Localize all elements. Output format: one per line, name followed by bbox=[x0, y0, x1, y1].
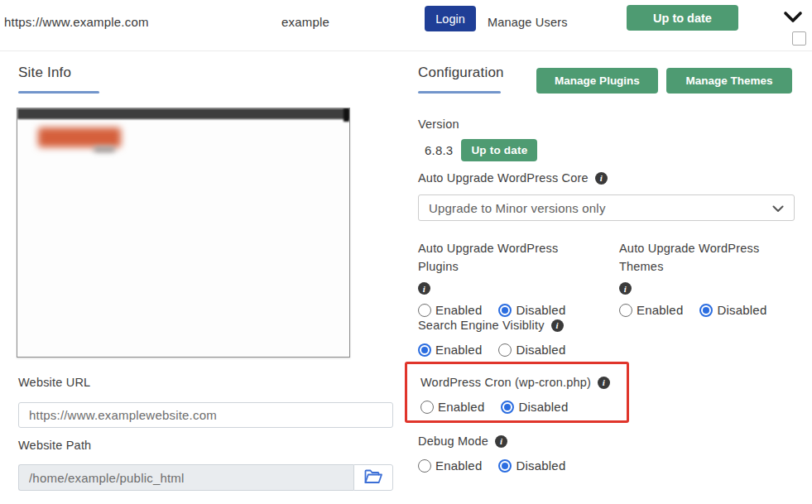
auto-upgrade-core-text: Auto Upgrade WordPress Core bbox=[418, 169, 589, 187]
radio-icon bbox=[619, 304, 632, 317]
version-row: 6.8.3 Up to date bbox=[425, 139, 537, 161]
screenshot-browser-bar bbox=[17, 108, 349, 119]
plugins-enabled-radio[interactable]: Enabled bbox=[418, 303, 482, 317]
cron-radio-row: Enabled Disabled bbox=[420, 400, 627, 414]
info-icon[interactable]: i bbox=[619, 282, 632, 295]
manage-plugins-button[interactable]: Manage Plugins bbox=[536, 68, 658, 94]
version-value: 6.8.3 bbox=[425, 143, 453, 157]
search-visibility-label: Search Engine Visiblity i bbox=[418, 316, 565, 334]
version-label: Version bbox=[418, 118, 459, 131]
radio-icon bbox=[420, 401, 434, 414]
auto-upgrade-plugins-text: Auto Upgrade WordPress Plugins bbox=[418, 239, 596, 276]
configuration-panel: Configuration Manage Plugins Manage Them… bbox=[418, 65, 795, 94]
site-screenshot-preview bbox=[17, 108, 350, 358]
select-checkbox[interactable] bbox=[792, 31, 806, 46]
search-visibility-radio-row: Enabled Disabled bbox=[418, 343, 565, 357]
info-icon[interactable]: i bbox=[418, 282, 430, 295]
site-name-text: example bbox=[281, 15, 329, 29]
open-file-manager-button[interactable] bbox=[353, 464, 393, 491]
search-disabled-radio[interactable]: Disabled bbox=[498, 343, 565, 357]
radio-icon bbox=[498, 459, 512, 473]
wordpress-cron-highlight-box: WordPress Cron (wp-cron.php) i Enabled D… bbox=[405, 362, 629, 423]
manage-users-link[interactable]: Manage Users bbox=[488, 16, 568, 29]
core-upgrade-selected-option: Upgrade to Minor versions only bbox=[429, 201, 606, 215]
radio-label: Enabled bbox=[435, 343, 482, 357]
debug-radio-row: Enabled Disabled bbox=[418, 458, 565, 473]
radio-icon bbox=[498, 343, 512, 357]
screenshot-scrollbar bbox=[344, 108, 349, 122]
auto-upgrade-core-label: Auto Upgrade WordPress Core i bbox=[418, 169, 608, 187]
screenshot-blurred-logo bbox=[38, 127, 121, 147]
radio-label: Disabled bbox=[516, 458, 565, 473]
version-status-badge[interactable]: Up to date bbox=[461, 139, 537, 161]
screenshot-blurred-tagline bbox=[94, 146, 115, 152]
website-path-label: Website Path bbox=[18, 439, 91, 452]
cron-enabled-radio[interactable]: Enabled bbox=[420, 400, 484, 414]
auto-upgrade-plugins-block: Auto Upgrade WordPress Plugins i Enabled… bbox=[418, 239, 619, 317]
radio-icon bbox=[418, 459, 431, 473]
info-icon[interactable]: i bbox=[595, 172, 608, 185]
radio-label: Enabled bbox=[637, 303, 683, 317]
website-path-input bbox=[18, 464, 353, 491]
site-info-underline bbox=[18, 91, 99, 94]
debug-mode-label: Debug Mode i bbox=[418, 432, 565, 450]
site-info-panel: Site Info Website URL Website Path bbox=[18, 65, 393, 94]
radio-label: Disabled bbox=[516, 303, 565, 317]
radio-label: Enabled bbox=[435, 458, 482, 473]
auto-upgrade-plugins-label: Auto Upgrade WordPress Plugins i bbox=[418, 239, 596, 295]
website-url-label: Website URL bbox=[18, 376, 90, 389]
configuration-underline bbox=[418, 91, 501, 94]
search-visibility-block: Search Engine Visiblity i Enabled Disabl… bbox=[418, 316, 565, 357]
radio-label: Enabled bbox=[435, 303, 482, 317]
debug-mode-block: Debug Mode i Enabled Disabled bbox=[418, 432, 565, 473]
info-icon[interactable]: i bbox=[551, 319, 564, 332]
radio-icon bbox=[699, 304, 713, 317]
auto-upgrade-themes-label: Auto Upgrade WordPress Themes i bbox=[619, 239, 797, 295]
up-to-date-button[interactable]: Up to date bbox=[627, 5, 738, 31]
auto-upgrade-themes-text: Auto Upgrade WordPress Themes bbox=[619, 239, 797, 276]
plugins-radio-row: Enabled Disabled bbox=[418, 303, 619, 317]
folder-open-icon bbox=[363, 468, 383, 487]
radio-label: Enabled bbox=[438, 400, 484, 414]
manage-themes-button[interactable]: Manage Themes bbox=[666, 68, 792, 94]
info-icon[interactable]: i bbox=[495, 435, 507, 448]
info-icon[interactable]: i bbox=[598, 377, 610, 389]
wordpress-cron-text: WordPress Cron (wp-cron.php) bbox=[420, 373, 591, 391]
radio-icon bbox=[501, 401, 514, 414]
radio-label: Disabled bbox=[518, 400, 568, 414]
website-url-input[interactable] bbox=[18, 402, 393, 428]
topbar: https://www.example.com example Login Ma… bbox=[0, 0, 812, 51]
site-url-text: https://www.example.com bbox=[4, 15, 149, 29]
themes-radio-row: Enabled Disabled bbox=[619, 303, 795, 317]
debug-enabled-radio[interactable]: Enabled bbox=[418, 458, 482, 473]
themes-disabled-radio[interactable]: Disabled bbox=[699, 303, 766, 317]
cron-disabled-radio[interactable]: Disabled bbox=[501, 400, 568, 414]
site-info-title: Site Info bbox=[18, 65, 393, 81]
radio-icon bbox=[498, 304, 512, 317]
radio-label: Disabled bbox=[717, 303, 766, 317]
plugins-disabled-radio[interactable]: Disabled bbox=[498, 303, 565, 317]
select-chevron-icon bbox=[772, 201, 784, 215]
radio-icon bbox=[418, 304, 431, 317]
search-enabled-radio[interactable]: Enabled bbox=[418, 343, 482, 357]
website-path-group bbox=[18, 464, 393, 491]
upgrade-options-row: Auto Upgrade WordPress Plugins i Enabled… bbox=[418, 239, 795, 317]
themes-enabled-radio[interactable]: Enabled bbox=[619, 303, 683, 317]
core-upgrade-select[interactable]: Upgrade to Minor versions only bbox=[418, 194, 795, 221]
debug-mode-text: Debug Mode bbox=[418, 432, 488, 450]
radio-icon bbox=[418, 343, 431, 357]
search-visibility-text: Search Engine Visiblity bbox=[418, 316, 545, 334]
wordpress-cron-label: WordPress Cron (wp-cron.php) i bbox=[420, 373, 627, 391]
auto-upgrade-themes-block: Auto Upgrade WordPress Themes i Enabled … bbox=[619, 239, 795, 317]
login-button[interactable]: Login bbox=[425, 6, 476, 31]
radio-label: Disabled bbox=[516, 343, 565, 357]
chevron-down-icon[interactable] bbox=[783, 10, 803, 25]
debug-disabled-radio[interactable]: Disabled bbox=[498, 458, 565, 473]
